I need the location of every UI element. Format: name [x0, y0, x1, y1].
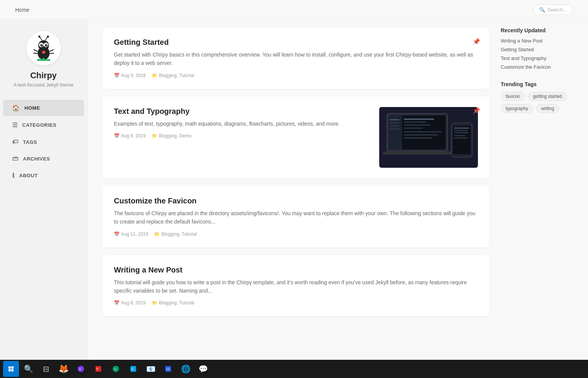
calendar-icon: 📅: [114, 73, 120, 78]
tags-icon: 🏷: [12, 139, 19, 145]
app4-button[interactable]: S: [125, 361, 141, 377]
app1-button[interactable]: A: [73, 361, 89, 377]
post-title[interactable]: Customize the Favicon: [114, 197, 478, 205]
recent-link-3[interactable]: Text and Typography: [501, 55, 573, 61]
nav-home-link[interactable]: Home: [15, 7, 29, 13]
post-excerpt: Get started with Chirpy basics in this c…: [114, 50, 478, 68]
svg-rect-47: [11, 366, 14, 369]
tag-getting-started[interactable]: getting started: [528, 92, 567, 101]
post-date: 📅 Aug 9, 2019: [114, 73, 146, 78]
post-excerpt: This tutorial will guide you how to writ…: [114, 278, 478, 295]
sidebar-item-categories[interactable]: ☰ CATEGORIES: [3, 117, 84, 133]
post-categories: 📁 Blogging, Tutorial: [154, 232, 197, 237]
svg-rect-19: [43, 58, 44, 60]
svg-point-8: [46, 44, 47, 46]
pin-icon: 📌: [473, 38, 480, 45]
calendar-icon: 📅: [114, 232, 120, 237]
post-title[interactable]: Writing a New Post: [114, 266, 478, 274]
post-date: 📅 Aug 8, 2019: [114, 300, 146, 306]
avatar-image: [30, 35, 57, 61]
post-thumbnail: [379, 107, 478, 168]
svg-text:VS: VS: [166, 367, 170, 371]
home-icon: 🏠: [12, 104, 20, 112]
sidebar-item-home[interactable]: 🏠 HOME: [3, 100, 84, 116]
firefox-button[interactable]: 🦊: [55, 361, 71, 377]
sidebar-item-tags[interactable]: 🏷 TAGS: [3, 134, 84, 150]
svg-rect-37: [390, 128, 399, 129]
svg-rect-36: [390, 125, 399, 126]
page-header: Home 🔍 Search...: [0, 0, 588, 20]
svg-rect-43: [454, 132, 468, 133]
svg-rect-33: [404, 137, 432, 139]
tag-favicon[interactable]: favicon: [501, 92, 525, 101]
svg-point-10: [38, 36, 40, 38]
sidebar-item-about[interactable]: ℹ ABOUT: [3, 167, 84, 184]
posts-list: Getting Started Get started with Chirpy …: [102, 20, 489, 378]
svg-text:A: A: [79, 367, 81, 371]
svg-rect-30: [404, 128, 423, 129]
svg-rect-44: [454, 135, 465, 136]
calendar-icon: 📅: [114, 133, 120, 139]
tag-typography[interactable]: typography: [501, 104, 533, 113]
nav-about-label: ABOUT: [19, 173, 38, 178]
nav-archives-label: ARCHIVES: [23, 156, 50, 162]
folder-icon: 📁: [152, 133, 158, 139]
svg-rect-20: [46, 58, 47, 60]
folder-icon: 📁: [154, 232, 160, 237]
post-card: Getting Started Get started with Chirpy …: [102, 27, 489, 89]
main-area: Getting Started Get started with Chirpy …: [87, 20, 588, 378]
svg-line-15: [49, 50, 54, 52]
post-card-body: Customize the Favicon The favicons of Ch…: [114, 197, 478, 237]
search-placeholder: Search...: [547, 7, 567, 13]
app7-button[interactable]: 🌐: [178, 361, 194, 377]
svg-rect-41: [454, 128, 469, 129]
nav-home-label: HOME: [25, 105, 40, 111]
svg-line-9: [39, 37, 42, 40]
search-taskbar[interactable]: 🔍: [20, 361, 36, 377]
search-icon: 🔍: [539, 7, 545, 13]
categories-icon: ☰: [12, 121, 18, 129]
recent-link-1[interactable]: Writing a New Post: [501, 38, 573, 44]
post-excerpt: The favicons of Chirpy are placed in the…: [114, 209, 478, 226]
post-date: 📅 Aug 8, 2019: [114, 133, 146, 139]
task-view-button[interactable]: ⊟: [38, 361, 54, 377]
svg-rect-46: [8, 366, 11, 369]
svg-point-1: [42, 50, 45, 54]
post-categories: 📁 Blogging, Demo: [152, 133, 191, 139]
app8-button[interactable]: 💬: [195, 361, 211, 377]
folder-icon: 📁: [152, 73, 158, 78]
avatar: [27, 31, 61, 65]
svg-rect-34: [390, 119, 399, 120]
search-box[interactable]: 🔍 Search...: [533, 5, 573, 15]
about-icon: ℹ: [12, 172, 15, 179]
recent-link-4[interactable]: Customize the Favicon: [501, 64, 573, 70]
svg-rect-32: [404, 134, 438, 135]
app2-button[interactable]: P: [90, 361, 106, 377]
app6-button[interactable]: VS: [160, 361, 176, 377]
svg-rect-18: [39, 58, 41, 60]
site-title: Chirpy: [30, 71, 57, 80]
trending-tags-title: Trending Tags: [501, 81, 573, 87]
recently-updated-title: Recently Updated: [501, 27, 573, 33]
recent-link-2[interactable]: Getting Started: [501, 47, 573, 52]
app3-button[interactable]: G: [108, 361, 124, 377]
post-categories: 📁 Blogging, Tutorial: [152, 300, 194, 306]
post-card: Customize the Favicon The favicons of Ch…: [102, 186, 489, 247]
svg-rect-26: [389, 115, 402, 150]
post-card: Text and Typography Examples of text, ty…: [102, 96, 489, 178]
tags-list: favicon getting started typography writi…: [501, 92, 573, 113]
post-meta: 📅 Aug 9, 2019 📁 Blogging, Tutorial: [114, 73, 478, 78]
svg-line-16: [49, 53, 54, 54]
start-button[interactable]: [3, 361, 19, 377]
post-title[interactable]: Text and Typography: [114, 107, 372, 116]
sidebar-item-archives[interactable]: 🗃 ARCHIVES: [3, 151, 84, 167]
post-meta: 📅 Aug 8, 2019 📁 Blogging, Tutorial: [114, 300, 478, 306]
app5-button[interactable]: 📧: [143, 361, 159, 377]
trending-tags-section: Trending Tags favicon getting started ty…: [501, 81, 573, 113]
post-meta: 📅 Aug 11, 2019 📁 Blogging, Tutorial: [114, 232, 478, 237]
post-title[interactable]: Getting Started: [114, 38, 478, 47]
svg-text:S: S: [131, 367, 133, 371]
svg-rect-38: [383, 151, 451, 154]
tag-writing[interactable]: writing: [536, 104, 559, 113]
svg-rect-28: [404, 121, 427, 123]
